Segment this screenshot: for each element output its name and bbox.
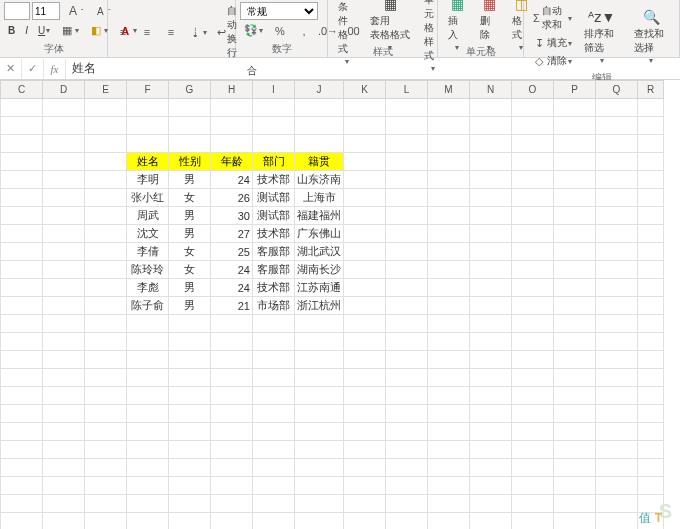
cell[interactable] [295,117,344,135]
underline-button[interactable]: U▾ [34,23,54,38]
data-cell[interactable] [554,243,596,261]
cell[interactable] [596,351,638,369]
column-header-L[interactable]: L [386,81,428,99]
cell[interactable] [211,405,253,423]
cell[interactable] [85,459,127,477]
cell[interactable] [596,333,638,351]
data-cell[interactable] [596,171,638,189]
cell[interactable] [127,333,169,351]
cell[interactable] [638,513,664,530]
cell[interactable] [85,315,127,333]
data-cell[interactable] [428,261,470,279]
cell[interactable] [1,99,43,117]
data-cell[interactable] [554,297,596,315]
data-cell[interactable]: 技术部 [253,225,295,243]
cell[interactable] [169,423,211,441]
column-header-J[interactable]: J [295,81,344,99]
data-cell[interactable] [344,225,386,243]
data-cell[interactable] [470,207,512,225]
data-cell[interactable] [428,171,470,189]
column-header-P[interactable]: P [554,81,596,99]
cell[interactable] [470,369,512,387]
data-cell[interactable] [85,279,127,297]
data-cell[interactable]: 张小红 [127,189,169,207]
data-cell[interactable] [43,171,85,189]
cell[interactable] [554,459,596,477]
cell[interactable] [253,351,295,369]
data-cell[interactable] [512,261,554,279]
cell[interactable] [253,387,295,405]
data-cell[interactable] [596,261,638,279]
data-cell[interactable]: 测试部 [253,207,295,225]
cell[interactable] [169,441,211,459]
cell[interactable] [386,351,428,369]
data-cell[interactable]: 客服部 [253,261,295,279]
cell[interactable] [43,513,85,530]
data-cell[interactable] [470,261,512,279]
cell[interactable] [428,117,470,135]
data-cell[interactable] [344,207,386,225]
cell[interactable] [85,333,127,351]
cell[interactable] [43,117,85,135]
data-cell[interactable] [1,261,43,279]
data-cell[interactable]: 江苏南通 [295,279,344,297]
cell[interactable] [554,423,596,441]
cell[interactable] [211,351,253,369]
cell[interactable] [211,423,253,441]
data-cell[interactable] [85,243,127,261]
column-header-H[interactable]: H [211,81,253,99]
cell[interactable] [169,495,211,513]
cell[interactable] [344,495,386,513]
cell[interactable] [428,513,470,530]
cell[interactable] [554,369,596,387]
column-header-K[interactable]: K [344,81,386,99]
cell[interactable] [253,99,295,117]
cell[interactable] [428,351,470,369]
cell[interactable] [554,351,596,369]
data-cell[interactable]: 技术部 [253,171,295,189]
data-cell[interactable] [386,261,428,279]
cell[interactable] [295,333,344,351]
cell[interactable] [43,135,85,153]
data-cell[interactable] [638,225,664,243]
cell[interactable] [127,369,169,387]
cell[interactable] [85,387,127,405]
cell[interactable] [85,99,127,117]
data-cell[interactable] [386,189,428,207]
data-cell[interactable] [638,279,664,297]
data-cell[interactable] [1,207,43,225]
cell[interactable] [428,423,470,441]
cell[interactable] [470,459,512,477]
data-cell[interactable] [638,261,664,279]
header-cell[interactable] [344,153,386,171]
autosum-button[interactable]: Σ自动求和▾ [528,2,576,34]
cell[interactable] [169,135,211,153]
cell[interactable] [554,405,596,423]
cell[interactable] [1,405,43,423]
cell[interactable] [554,387,596,405]
cell[interactable] [1,459,43,477]
cell[interactable] [43,495,85,513]
cell[interactable] [85,513,127,530]
data-cell[interactable] [85,171,127,189]
cell[interactable] [85,135,127,153]
data-cell[interactable] [344,261,386,279]
data-cell[interactable]: 27 [211,225,253,243]
cell[interactable] [253,513,295,530]
cell[interactable] [85,423,127,441]
data-cell[interactable] [1,189,43,207]
cell[interactable] [253,333,295,351]
align-top-button[interactable]: ≡ [112,23,134,41]
cell[interactable] [470,315,512,333]
header-cell[interactable] [596,153,638,171]
cell[interactable] [512,387,554,405]
cell[interactable] [43,423,85,441]
cell[interactable] [596,117,638,135]
number-format-select[interactable]: 常规 [240,2,318,20]
data-cell[interactable] [596,207,638,225]
data-cell[interactable] [344,243,386,261]
header-cell[interactable] [638,153,664,171]
cell[interactable] [470,423,512,441]
cell[interactable] [127,441,169,459]
cell[interactable] [169,333,211,351]
